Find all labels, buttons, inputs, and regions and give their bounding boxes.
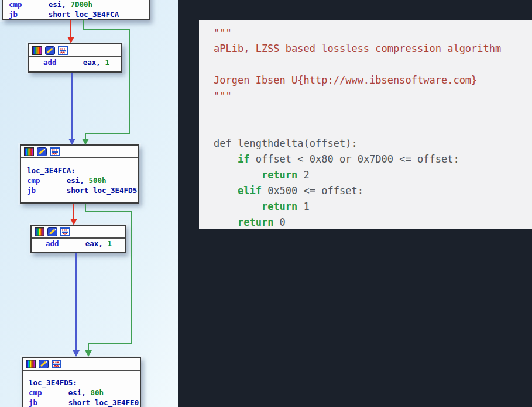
code-line (214, 104, 532, 120)
screen: cmp esi, 7D00hjb short loc_3E4FCA (0, 0, 532, 407)
code-line: elif 0x500 <= offset: (214, 183, 532, 199)
group-icon[interactable] (52, 360, 61, 368)
edge-green-2d (88, 343, 132, 344)
code-line: return 0 (214, 215, 532, 229)
code-line: Jorgen Ibsen U{http://www.ibsensoftware.… (214, 73, 532, 88)
basic-block-code: loc_3E4FCA:cmp esi, 500hjb short loc_3E4… (21, 158, 138, 195)
asm-line: add eax, 1 (46, 239, 121, 249)
source-code-panel: """aPLib, LZSS based lossless compressio… (178, 0, 532, 407)
basic-block-code: add eax, 1 (29, 57, 121, 67)
edge-arrow-red-2 (70, 219, 77, 225)
asm-line: cmp esi, 500h (27, 175, 135, 185)
basic-block-add-eax-1-upper[interactable]: add eax, 1 (28, 43, 122, 73)
code-line: return 2 (214, 167, 532, 183)
edge-arrow-blue-1 (68, 139, 75, 145)
asm-line: loc_3E4FCA: (27, 165, 135, 175)
group-icon[interactable] (50, 147, 60, 156)
edge-green-1c (129, 29, 130, 134)
code-line: if offset < 0x80 or 0x7D00 <= offset: (214, 151, 532, 167)
code-line: def lengthdelta(offset): (214, 136, 532, 151)
code-line (214, 120, 532, 136)
asm-line: jb short loc_3E4FE0 (29, 398, 136, 407)
edge-arrow-green-1 (82, 139, 89, 145)
color-palette-icon[interactable] (35, 227, 44, 236)
basic-block-add-eax-1-lower[interactable]: add eax, 1 (30, 225, 126, 253)
asm-line: jb short loc_3E4FD5 (27, 185, 135, 195)
code-line: """ (214, 88, 532, 104)
edge-blue-1 (71, 73, 73, 139)
basic-block-code: loc_3E4FD5:cmp esi, 80hjb short loc_3E4F… (23, 371, 140, 407)
code-line: return 1 (214, 199, 532, 215)
block-header (29, 44, 121, 57)
block-header (32, 226, 125, 239)
edit-icon[interactable] (39, 360, 49, 368)
python-code-editor[interactable]: """aPLib, LZSS based lossless compressio… (199, 20, 532, 229)
basic-block-loc-3E4FD5[interactable]: loc_3E4FD5:cmp esi, 80hjb short loc_3E4F… (22, 357, 141, 407)
color-palette-icon[interactable] (26, 360, 36, 368)
asm-line: cmp esi, 80h (29, 388, 136, 398)
group-icon[interactable] (60, 227, 70, 236)
code-line (214, 57, 532, 73)
edge-red-taken-2 (73, 204, 74, 219)
edge-green-2b (85, 211, 132, 212)
edge-green-1b (83, 29, 130, 30)
basic-block-code: add eax, 1 (32, 239, 125, 249)
basic-block-loc-3E4FCA[interactable]: loc_3E4FCA:cmp esi, 500hjb short loc_3E4… (20, 144, 139, 204)
block-header (23, 358, 140, 371)
asm-line: cmp esi, 7D00h (9, 0, 145, 9)
edge-arrow-green-2 (85, 350, 92, 357)
block-header (21, 146, 138, 158)
color-palette-icon[interactable] (32, 46, 42, 55)
disassembly-graph-pane[interactable]: cmp esi, 7D00hjb short loc_3E4FCA (0, 0, 178, 407)
edit-icon[interactable] (45, 46, 55, 55)
asm-line: add eax, 1 (43, 57, 118, 67)
edge-green-1d (85, 133, 130, 134)
edge-green-2c (131, 211, 132, 344)
asm-line: loc_3E4FD5: (29, 378, 136, 388)
group-icon[interactable] (58, 46, 68, 55)
edge-blue-2 (75, 253, 77, 351)
basic-block-cmp-7D00h[interactable]: cmp esi, 7D00hjb short loc_3E4FCA (2, 0, 150, 20)
edge-arrow-red-1 (67, 37, 74, 43)
code-line: aPLib, LZSS based lossless compression a… (214, 41, 532, 57)
code-line: """ (214, 25, 532, 41)
basic-block-code: cmp esi, 7D00hjb short loc_3E4FCA (3, 0, 149, 19)
edge-arrow-blue-2 (73, 350, 80, 357)
color-palette-icon[interactable] (24, 147, 34, 156)
edge-red-taken-1 (70, 20, 71, 38)
asm-line: jb short loc_3E4FCA (9, 9, 145, 19)
edit-icon[interactable] (47, 227, 57, 236)
edit-icon[interactable] (37, 147, 47, 156)
